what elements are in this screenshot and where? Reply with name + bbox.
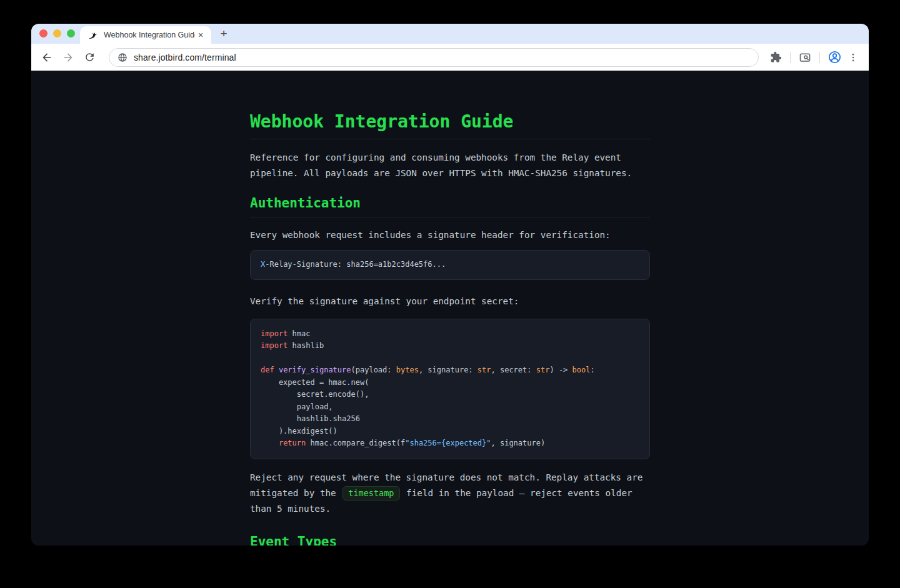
toolbar-separator [819,52,820,63]
browser-menu-button[interactable] [844,48,862,67]
code-line: def verify_signature(payload: bytes, sig… [261,364,639,377]
extensions-button[interactable] [766,48,785,67]
browser-toolbar: share.jotbird.com/terminal [31,44,869,71]
reload-button[interactable] [80,48,99,67]
auth-paragraph-2: Verify the signature against your endpoi… [250,294,650,309]
python-verify-code-block: import hmacimport hashlib def verify_sig… [250,319,650,459]
tab-search-icon [799,51,811,64]
code-line: hashlib.sha256 [261,413,639,426]
tab-strip: Webhook Integration Guide × + [31,24,869,44]
section-heading-event-types: Event Types [250,534,650,546]
minimize-window-button[interactable] [53,29,61,37]
toolbar-separator [790,52,791,63]
code-line: X-Relay-Signature: sha256=a1b2c3d4e5f6..… [261,259,639,271]
bird-favicon-icon [88,30,98,41]
reload-icon [84,51,96,63]
auth-paragraph-1: Every webhook request includes a signatu… [250,227,650,243]
code-line: ).hexdigest() [261,426,639,438]
code-line: import hmac [261,328,639,341]
doc-column: Webhook Integration Guide Reference for … [250,71,650,546]
profile-icon [828,50,842,64]
tab-search-button[interactable] [796,48,814,67]
kebab-menu-icon [848,52,859,63]
browser-window: Webhook Integration Guide × + share.jotb… [31,24,869,546]
back-button[interactable] [38,48,56,67]
globe-icon [118,52,128,62]
code-line: expected = hmac.new( [261,377,639,389]
page-content[interactable]: Webhook Integration Guide Reference for … [31,71,869,546]
close-window-button[interactable] [39,29,48,37]
close-tab-icon[interactable]: × [195,29,206,41]
timestamp-inline-code: timestamp [342,486,399,501]
code-line: return hmac.compare_digest(f"sha256={exp… [261,437,639,450]
code-line: import hashlib [261,340,639,352]
signature-header-code-block: X-Relay-Signature: sha256=a1b2c3d4e5f6..… [250,250,650,280]
intro-paragraph: Reference for configuring and consuming … [250,150,650,181]
profile-button[interactable] [825,48,844,67]
tab-title: Webhook Integration Guide [104,31,195,39]
maximize-window-button[interactable] [67,29,75,37]
url-bar[interactable]: share.jotbird.com/terminal [109,48,759,67]
window-controls [39,29,75,37]
extensions-puzzle-icon [770,51,782,63]
new-tab-button[interactable]: + [216,26,232,42]
page-title: Webhook Integration Guide [250,112,650,139]
code-line: payload, [261,401,639,414]
replay-paragraph: Reject any request where the signature d… [250,470,650,517]
code-line [261,352,639,365]
section-heading-authentication: Authentication [250,196,650,217]
forward-button[interactable] [59,48,78,67]
code-line: secret.encode(), [261,389,639,401]
forward-icon [62,51,74,64]
browser-tab[interactable]: Webhook Integration Guide × [80,26,211,44]
back-icon [41,51,53,64]
url-text: share.jotbird.com/terminal [134,52,236,62]
